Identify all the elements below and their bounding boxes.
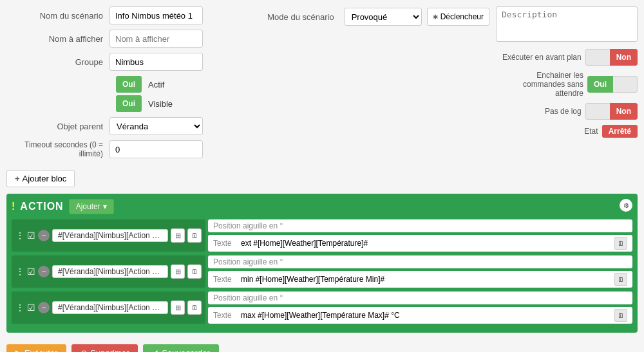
position-row-2: Position aiguille en °: [208, 255, 632, 268]
actif-label: Actif: [148, 80, 164, 89]
action-tag-3: #[Véranda][Nimbus][Action Ecran 4]#: [52, 301, 168, 314]
position-input-1[interactable]: [285, 221, 627, 230]
objet-parent-select[interactable]: Véranda: [109, 117, 203, 135]
executer-button[interactable]: ▶ Exécuter: [6, 344, 66, 352]
objet-parent-label: Objet parent: [6, 122, 109, 131]
table-icon-1[interactable]: ⊞: [171, 228, 185, 243]
check-save-icon: ✔: [152, 348, 159, 352]
bottom-bar: ▶ Exécuter ⊖ Supprimer ✔ Sauvegarder: [6, 339, 638, 352]
action-tag-2: #[Véranda][Nimbus][Action Ecran 3]#: [52, 265, 168, 278]
texte-icon-3[interactable]: 🗓: [614, 309, 627, 322]
position-row-1: Position aiguille en °: [208, 219, 632, 232]
action-row-right-2: Position aiguille en ° Texte 🗓: [208, 255, 632, 288]
check-icon-2[interactable]: ☑: [27, 266, 35, 277]
clock-icon-2[interactable]: 🗓: [187, 264, 202, 279]
action-row-2: ⋮ ☑ − #[Véranda][Nimbus][Action Ecran 3]…: [12, 255, 632, 288]
texte-input-1[interactable]: [241, 239, 612, 248]
oui-visible-button[interactable]: Oui: [116, 95, 142, 112]
etat-label: Etat: [584, 127, 598, 136]
timeout-label: Timeout secondes (0 = illimité): [6, 140, 109, 158]
pas-de-log-toggle[interactable]: Non: [610, 103, 638, 120]
clock-icon-1[interactable]: 🗓: [187, 228, 202, 243]
executer-label: Exécuter en avant plan: [496, 53, 582, 62]
ajouter-button[interactable]: Ajouter: [69, 199, 114, 214]
texte-icon-1[interactable]: 🗓: [614, 237, 627, 250]
remove-icon[interactable]: −: [38, 230, 50, 241]
action-row-right-3: Position aiguille en ° Texte 🗓: [208, 292, 632, 324]
position-input-3[interactable]: [285, 293, 627, 302]
position-label-3: Position aiguille en °: [213, 293, 283, 302]
table-icon-2[interactable]: ⊞: [171, 264, 185, 279]
position-input-2[interactable]: [285, 257, 627, 266]
check-icon-3[interactable]: ☑: [27, 302, 35, 313]
texte-row-2: Texte 🗓: [208, 271, 632, 288]
supprimer-button[interactable]: ⊖ Supprimer: [71, 344, 138, 352]
action-settings-icon[interactable]: ⚙: [620, 199, 632, 212]
action-row-left-1: ⋮ ☑ − #[Véranda][Nimbus][Action Ecran 2]…: [12, 219, 205, 252]
texte-input-3[interactable]: [241, 311, 612, 320]
action-row-left-3: ⋮ ☑ − #[Véranda][Nimbus][Action Ecran 4]…: [12, 292, 205, 324]
action-exclaim: !: [12, 201, 15, 212]
declencheur-button[interactable]: Déclencheur: [427, 8, 489, 26]
texte-icon-2[interactable]: 🗓: [614, 273, 627, 286]
action-tag-1: #[Véranda][Nimbus][Action Ecran 2]#: [52, 229, 168, 242]
texte-label-3: Texte: [213, 311, 236, 320]
action-title: ACTION: [20, 201, 63, 212]
table-icon-3[interactable]: ⊞: [171, 301, 185, 315]
action-block: ! ACTION Ajouter ⚙ ⋮ ☑ − #[Véranda][Nimb…: [6, 194, 638, 333]
etat-badge: Arrêté: [602, 125, 638, 138]
oui-actif-button[interactable]: Oui: [116, 76, 142, 93]
remove-icon-3[interactable]: −: [38, 302, 50, 313]
timeout-input[interactable]: [109, 140, 203, 158]
enchainer-label: Enchainer les commandes sans attendre: [496, 71, 583, 98]
nom-afficher-label: Nom à afficher: [6, 34, 109, 44]
mode-scenario-label: Mode du scénario: [267, 12, 334, 22]
nom-scenario-input[interactable]: [109, 6, 203, 24]
drag-handle-icon[interactable]: ⋮: [15, 230, 24, 241]
description-textarea[interactable]: [496, 6, 638, 42]
texte-label-1: Texte: [213, 239, 236, 248]
drag-handle-icon-2[interactable]: ⋮: [15, 266, 24, 277]
position-row-3: Position aiguille en °: [208, 292, 632, 304]
pas-de-log-label: Pas de log: [496, 107, 582, 116]
nom-afficher-input[interactable]: [109, 30, 203, 48]
texte-row-1: Texte 🗓: [208, 235, 632, 252]
action-row: ⋮ ☑ − #[Véranda][Nimbus][Action Ecran 2]…: [12, 219, 632, 252]
position-label-2: Position aiguille en °: [213, 257, 283, 266]
groupe-label: Groupe: [6, 57, 109, 67]
minus-icon: ⊖: [80, 348, 88, 352]
executer-toggle[interactable]: Non: [610, 49, 638, 66]
clock-icon-3[interactable]: 🗓: [187, 301, 202, 315]
texte-row-3: Texte 🗓: [208, 307, 632, 324]
mode-scenario-select[interactable]: Provoqué: [345, 8, 422, 26]
position-label-1: Position aiguille en °: [213, 221, 283, 230]
play-icon: ▶: [15, 348, 22, 352]
action-row-right-1: Position aiguille en ° Texte 🗓: [208, 219, 632, 252]
texte-input-2[interactable]: [241, 275, 612, 284]
action-row-left-2: ⋮ ☑ − #[Véranda][Nimbus][Action Ecran 3]…: [12, 255, 205, 288]
drag-handle-icon-3[interactable]: ⋮: [15, 302, 24, 313]
visible-label: Visible: [148, 99, 173, 109]
sauvegarder-button[interactable]: ✔ Sauvegarder: [143, 344, 218, 352]
remove-icon-2[interactable]: −: [38, 266, 50, 277]
add-bloc-button[interactable]: Ajouter bloc: [6, 170, 75, 187]
check-icon[interactable]: ☑: [27, 230, 35, 241]
action-row-3: ⋮ ☑ − #[Véranda][Nimbus][Action Ecran 4]…: [12, 292, 632, 324]
texte-label-2: Texte: [213, 275, 236, 284]
enchainer-toggle[interactable]: Oui: [587, 76, 613, 93]
groupe-input[interactable]: [109, 53, 203, 71]
nom-scenario-label: Nom du scénario: [6, 11, 109, 21]
